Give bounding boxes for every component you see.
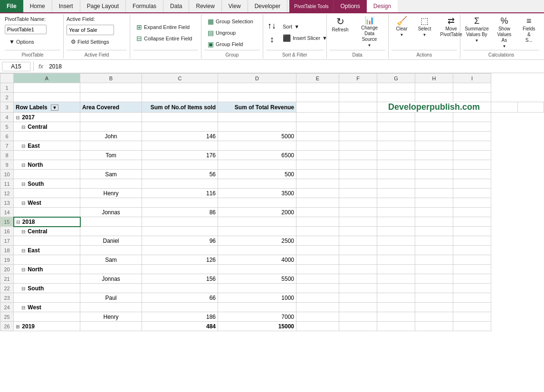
- cell-c22[interactable]: [142, 284, 218, 293]
- ungroup-btn[interactable]: ▤ Ungroup: [204, 28, 239, 38]
- cell-c6[interactable]: 146: [142, 132, 218, 141]
- cell-sum-items[interactable]: Sum of No.of Items sold: [142, 102, 218, 113]
- cell-row-labels[interactable]: Row Labels ▼: [14, 102, 80, 113]
- cell-b4[interactable]: [80, 113, 142, 122]
- cell-e12[interactable]: [296, 189, 339, 198]
- cell-h18[interactable]: [415, 246, 453, 255]
- cell-d11[interactable]: [218, 179, 296, 189]
- cell-a9[interactable]: ⊟ North: [14, 160, 80, 170]
- cell-b24[interactable]: [80, 303, 142, 312]
- cell-i19[interactable]: [453, 255, 491, 265]
- cell-i18[interactable]: [453, 246, 491, 255]
- cell-c12[interactable]: 116: [142, 189, 218, 198]
- cell-h23[interactable]: [415, 293, 453, 303]
- cell-reference-box[interactable]: [2, 62, 30, 71]
- cell-c10[interactable]: 56: [142, 170, 218, 179]
- cell-d21[interactable]: 5500: [218, 274, 296, 284]
- cell-g3[interactable]: Developerpublish.com: [377, 102, 491, 113]
- cell-e13[interactable]: [296, 198, 339, 208]
- cell-e2[interactable]: [296, 93, 339, 102]
- cell-f24[interactable]: [339, 303, 377, 312]
- cell-a7[interactable]: ⊟ East: [14, 141, 80, 151]
- cell-f1[interactable]: [339, 83, 377, 93]
- tab-review[interactable]: Review: [189, 0, 221, 12]
- cell-c20[interactable]: [142, 265, 218, 274]
- cell-c19[interactable]: 126: [142, 255, 218, 265]
- cell-a5[interactable]: ⊟ Central: [14, 122, 80, 132]
- cell-a23[interactable]: [14, 293, 80, 303]
- cell-f2[interactable]: [339, 93, 377, 102]
- cell-i13[interactable]: [453, 198, 491, 208]
- col-header-b[interactable]: B: [80, 74, 142, 83]
- cell-i9[interactable]: [453, 160, 491, 170]
- cell-h11[interactable]: [415, 179, 453, 189]
- cell-year-2018[interactable]: ⊟ 2018: [14, 217, 80, 227]
- cell-a24[interactable]: ⊟ West: [14, 303, 80, 312]
- cell-c16[interactable]: [142, 227, 218, 236]
- cell-a11[interactable]: ⊟ South: [14, 179, 80, 189]
- cell-a10[interactable]: [14, 170, 80, 179]
- cell-i1[interactable]: [453, 83, 491, 93]
- cell-c1[interactable]: [142, 83, 218, 93]
- summarize-values-btn[interactable]: Σ SummarizeValues By ▼: [463, 15, 490, 44]
- sort-asc-btn[interactable]: ↑↓: [266, 19, 277, 32]
- cell-i5[interactable]: [453, 122, 491, 132]
- cell-f20[interactable]: [339, 265, 377, 274]
- cell-d5[interactable]: [218, 122, 296, 132]
- cell-d6[interactable]: 5000: [218, 132, 296, 141]
- sort-btn[interactable]: Sort ▼: [279, 22, 331, 31]
- group-selection-btn[interactable]: ▦ Group Selection: [204, 16, 257, 27]
- tab-developer[interactable]: Developer: [248, 0, 288, 12]
- formula-input[interactable]: [47, 63, 542, 70]
- tab-data[interactable]: Data: [163, 0, 189, 12]
- cell-f25[interactable]: [339, 312, 377, 322]
- cell-g9[interactable]: [377, 160, 415, 170]
- cell-a16[interactable]: ⊟ Central: [14, 227, 80, 236]
- cell-d25[interactable]: 7000: [218, 312, 296, 322]
- cell-g22[interactable]: [377, 284, 415, 293]
- cell-d4[interactable]: [218, 113, 296, 122]
- cell-f3[interactable]: [339, 102, 377, 113]
- tab-design[interactable]: Design: [367, 0, 398, 12]
- cell-g4[interactable]: [377, 113, 415, 122]
- cell-f23[interactable]: [339, 293, 377, 303]
- cell-e26[interactable]: [296, 322, 339, 331]
- cell-a13[interactable]: ⊟ West: [14, 198, 80, 208]
- cell-e20[interactable]: [296, 265, 339, 274]
- cell-f17[interactable]: [339, 236, 377, 246]
- cell-b14[interactable]: Jonnas: [80, 208, 142, 217]
- cell-c15[interactable]: [142, 217, 218, 227]
- cell-g8[interactable]: [377, 151, 415, 160]
- cell-i23[interactable]: [453, 293, 491, 303]
- cell-i8[interactable]: [453, 151, 491, 160]
- cell-h22[interactable]: [415, 284, 453, 293]
- cell-a17[interactable]: [14, 236, 80, 246]
- cell-d10[interactable]: 500: [218, 170, 296, 179]
- cell-h7[interactable]: [415, 141, 453, 151]
- cell-b22[interactable]: [80, 284, 142, 293]
- cell-e25[interactable]: [296, 312, 339, 322]
- collapse-entire-field-btn[interactable]: ⊟ Collapse Entire Field: [133, 33, 196, 44]
- tab-page-layout[interactable]: Page Layout: [80, 0, 126, 12]
- filter-icon[interactable]: ▼: [51, 105, 58, 111]
- cell-a18[interactable]: ⊟ East: [14, 246, 80, 255]
- cell-i24[interactable]: [453, 303, 491, 312]
- cell-h25[interactable]: [415, 312, 453, 322]
- cell-d8[interactable]: 6500: [218, 151, 296, 160]
- cell-a20[interactable]: ⊟ North: [14, 265, 80, 274]
- tab-file[interactable]: File: [0, 0, 23, 12]
- cell-c21[interactable]: 156: [142, 274, 218, 284]
- cell-b9[interactable]: [80, 160, 142, 170]
- cell-b19[interactable]: Sam: [80, 255, 142, 265]
- cell-i7[interactable]: [453, 141, 491, 151]
- fields-btn[interactable]: ≡ Fields &S...: [518, 15, 540, 45]
- cell-d15[interactable]: [218, 217, 296, 227]
- cell-c13[interactable]: [142, 198, 218, 208]
- cell-g21[interactable]: [377, 274, 415, 284]
- tab-view[interactable]: View: [222, 0, 248, 12]
- cell-f13[interactable]: [339, 198, 377, 208]
- cell-e18[interactable]: [296, 246, 339, 255]
- collapse-west-2017[interactable]: ⊟: [21, 201, 25, 206]
- cell-b26[interactable]: [80, 322, 142, 331]
- col-header-f[interactable]: F: [339, 74, 377, 83]
